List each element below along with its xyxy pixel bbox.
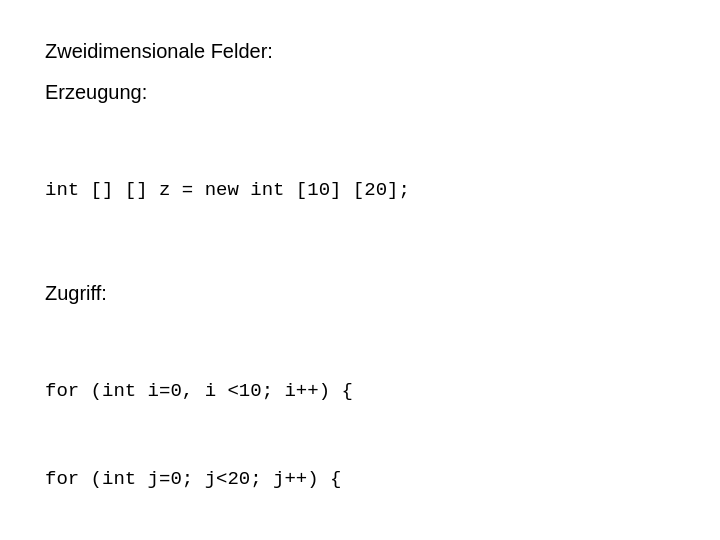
slide-container: Zweidimensionale Felder: Erzeugung: int … [0, 0, 720, 540]
code-line-1: int [] [] z = new int [10] [20]; [45, 175, 675, 205]
main-heading: Zweidimensionale Felder: [45, 40, 675, 63]
section2-code: for (int i=0, i <10; i++) { for (int j=0… [45, 319, 675, 540]
section1-label: Erzeugung: [45, 81, 675, 104]
code-line-2: for (int i=0, i <10; i++) { [45, 376, 675, 406]
code-line-3: for (int j=0; j<20; j++) { [45, 464, 675, 494]
section1-code: int [] [] z = new int [10] [20]; [45, 118, 675, 262]
section2-label: Zugriff: [45, 282, 675, 305]
